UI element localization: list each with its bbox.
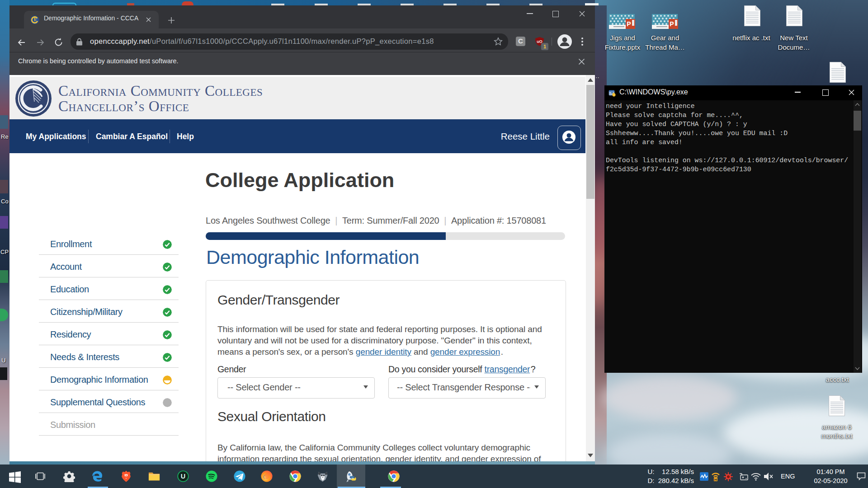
- svg-text:H: H: [714, 478, 717, 482]
- svg-text:U: U: [181, 473, 185, 480]
- svg-text:P: P: [627, 20, 631, 28]
- svg-text:P: P: [670, 20, 674, 28]
